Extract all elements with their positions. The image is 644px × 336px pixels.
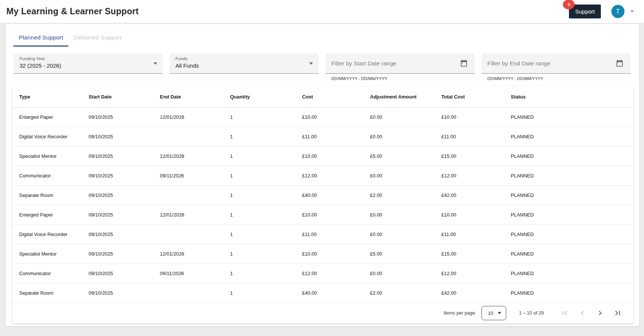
table-cell: £10.00 bbox=[435, 107, 504, 127]
chevron-down-icon bbox=[498, 312, 501, 314]
support-button-wrap: 0 Support bbox=[569, 5, 601, 18]
tab-bar: Planned Support Delivered Support bbox=[6, 29, 639, 47]
column-header-cost: Cost bbox=[295, 86, 363, 107]
table-header-row: Type Start Date End Date Quantity Cost A… bbox=[12, 86, 633, 107]
table-cell: £0.00 bbox=[363, 263, 435, 283]
table-cell: 12/01/2026 bbox=[153, 244, 223, 263]
table-row: Enlarged Paper09/10/202512/01/20261£10.0… bbox=[12, 205, 633, 224]
start-date-placeholder: Filter by Start Date range bbox=[331, 60, 458, 67]
table-cell: Specialist Mentor bbox=[12, 146, 82, 166]
tab-delivered-support[interactable]: Delivered Support bbox=[68, 29, 126, 47]
table-row: Digital Voice Recorder09/10/20251£11.00£… bbox=[12, 127, 633, 146]
table-cell: Separate Room bbox=[12, 283, 82, 303]
table-cell: Digital Voice Recorder bbox=[12, 224, 82, 244]
last-page-button[interactable] bbox=[609, 306, 626, 321]
filter-row: Funding Year 32 (2025 - 2026) Funds All … bbox=[6, 47, 639, 81]
end-date-range-input[interactable]: Filter by End Date range bbox=[481, 53, 631, 74]
next-page-button[interactable] bbox=[591, 306, 609, 321]
table-cell bbox=[153, 127, 223, 146]
calendar-icon[interactable] bbox=[458, 58, 469, 69]
table-row: Digital Voice Recorder09/10/20251£11.00£… bbox=[12, 224, 633, 244]
first-page-button[interactable] bbox=[556, 306, 573, 321]
table-cell: £12.00 bbox=[435, 166, 504, 185]
table-cell: PLANNED bbox=[504, 107, 633, 127]
table-cell: £10.00 bbox=[295, 205, 363, 224]
table-cell: 09/10/2025 bbox=[82, 107, 153, 127]
funding-year-select[interactable]: Funding Year 32 (2025 - 2026) bbox=[14, 53, 163, 74]
funds-select[interactable]: Funds All Funds bbox=[170, 53, 319, 74]
table-cell: PLANNED bbox=[504, 283, 633, 303]
table-cell: £42.00 bbox=[435, 283, 504, 303]
funds-value: All Funds bbox=[176, 62, 304, 69]
table-cell: £10.00 bbox=[295, 146, 363, 166]
avatar[interactable]: T bbox=[611, 5, 624, 18]
table-cell: £15.00 bbox=[435, 244, 504, 263]
table-cell: 1 bbox=[223, 166, 295, 185]
table-cell: £10.00 bbox=[295, 107, 363, 127]
column-header-status: Status bbox=[504, 86, 633, 107]
items-per-page-select[interactable]: 10 bbox=[481, 306, 506, 320]
table-cell: £12.00 bbox=[295, 263, 363, 283]
table-cell: 1 bbox=[223, 185, 295, 205]
table-cell: 1 bbox=[223, 107, 295, 127]
column-header-total-cost: Total Cost bbox=[435, 86, 504, 107]
table-cell: £40.00 bbox=[295, 185, 363, 205]
content-card: Planned Support Delivered Support Fundin… bbox=[6, 24, 639, 326]
chevron-right-icon bbox=[596, 309, 605, 318]
table-row: Communicator09/10/202509/11/20261£12.00£… bbox=[12, 263, 633, 283]
table-cell: Communicator bbox=[12, 166, 82, 185]
first-page-icon bbox=[560, 309, 569, 318]
table-cell: 09/11/2026 bbox=[153, 263, 223, 283]
table-cell bbox=[153, 224, 223, 244]
table-row: Specialist Mentor09/10/202512/01/20261£1… bbox=[12, 146, 633, 166]
table-cell: PLANNED bbox=[504, 224, 633, 244]
table-cell: £0.00 bbox=[363, 166, 435, 185]
support-table: Type Start Date End Date Quantity Cost A… bbox=[12, 86, 633, 303]
table-cell: 09/10/2025 bbox=[82, 224, 153, 244]
table-cell: 09/11/2026 bbox=[153, 166, 223, 185]
topbar-actions: 0 Support T bbox=[569, 5, 634, 18]
table-cell: £15.00 bbox=[435, 146, 504, 166]
table-cell: PLANNED bbox=[504, 263, 633, 283]
start-date-format-hint: DD/MM/YYYY - DD/MM/YYYY bbox=[331, 76, 475, 81]
column-header-quantity: Quantity bbox=[223, 86, 295, 107]
chevron-down-icon bbox=[309, 62, 313, 65]
table-row: Specialist Mentor09/10/202512/01/20261£1… bbox=[12, 244, 633, 263]
end-date-filter-col: Filter by End Date range DD/MM/YYYY - DD… bbox=[481, 53, 631, 81]
table-cell: £10.00 bbox=[295, 244, 363, 263]
start-date-filter-col: Filter by Start Date range DD/MM/YYYY - … bbox=[325, 53, 475, 81]
items-per-page-value: 10 bbox=[488, 310, 493, 316]
funding-year-filter-col: Funding Year 32 (2025 - 2026) bbox=[14, 53, 163, 81]
chevron-down-icon bbox=[153, 62, 157, 65]
tab-planned-support[interactable]: Planned Support bbox=[14, 29, 68, 47]
table-cell: PLANNED bbox=[504, 244, 633, 263]
chevron-left-icon bbox=[578, 309, 587, 318]
table-cell: Enlarged Paper bbox=[12, 107, 82, 127]
table-cell: PLANNED bbox=[504, 185, 633, 205]
table-cell: Specialist Mentor bbox=[12, 244, 82, 263]
start-date-range-input[interactable]: Filter by Start Date range bbox=[325, 53, 475, 74]
table-cell: 09/10/2025 bbox=[82, 205, 153, 224]
table-cell: £11.00 bbox=[435, 224, 504, 244]
paginator: Items per page: 10 1 – 10 of 29 bbox=[12, 303, 633, 324]
account-menu-chevron-down-icon[interactable] bbox=[630, 10, 634, 13]
table-cell: 1 bbox=[223, 263, 295, 283]
table-cell: £11.00 bbox=[435, 127, 504, 146]
funds-filter-col: Funds All Funds bbox=[170, 53, 319, 81]
calendar-icon[interactable] bbox=[614, 58, 625, 69]
table-cell: £5.00 bbox=[363, 244, 435, 263]
top-bar: My Learning & Learner Support 0 Support … bbox=[0, 0, 644, 23]
table-cell: £12.00 bbox=[435, 263, 504, 283]
table-cell bbox=[153, 185, 223, 205]
last-page-icon bbox=[613, 309, 622, 318]
table-cell: 09/10/2025 bbox=[82, 244, 153, 263]
funding-year-label: Funding Year bbox=[20, 56, 148, 61]
column-header-start-date: Start Date bbox=[82, 86, 153, 107]
table-cell: 12/01/2026 bbox=[153, 205, 223, 224]
page-range-label: 1 – 10 of 29 bbox=[519, 310, 544, 316]
previous-page-button[interactable] bbox=[573, 306, 591, 321]
table-row: Enlarged Paper09/10/202512/01/20261£10.0… bbox=[12, 107, 633, 127]
table-cell: £11.00 bbox=[295, 224, 363, 244]
table-cell: £2.00 bbox=[363, 185, 435, 205]
table-cell: 09/10/2025 bbox=[82, 127, 153, 146]
